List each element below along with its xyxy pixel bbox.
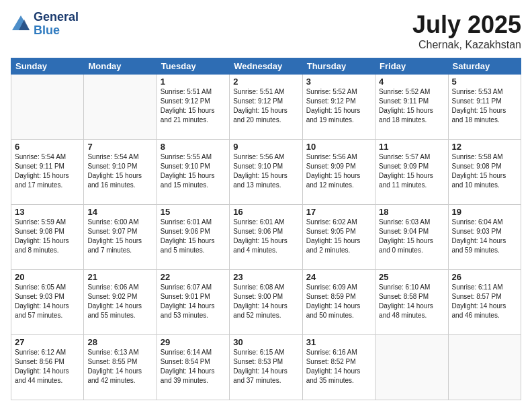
calendar-cell: 10Sunrise: 5:56 AM Sunset: 9:09 PM Dayli… <box>302 140 375 205</box>
day-number: 4 <box>379 77 444 87</box>
day-number: 24 <box>306 272 371 282</box>
day-info: Sunrise: 6:16 AM Sunset: 8:52 PM Dayligh… <box>306 348 371 385</box>
calendar-cell: 20Sunrise: 6:05 AM Sunset: 9:03 PM Dayli… <box>11 270 84 335</box>
calendar-week-3: 13Sunrise: 5:59 AM Sunset: 9:08 PM Dayli… <box>11 205 521 270</box>
day-number: 26 <box>452 272 517 282</box>
calendar-cell: 17Sunrise: 6:02 AM Sunset: 9:05 PM Dayli… <box>302 205 375 270</box>
day-number: 22 <box>161 272 226 282</box>
calendar-cell <box>448 335 521 400</box>
logo-line2: Blue <box>34 24 79 38</box>
day-number: 2 <box>233 77 298 87</box>
logo-text: General Blue <box>34 11 79 38</box>
calendar-cell: 28Sunrise: 6:13 AM Sunset: 8:55 PM Dayli… <box>84 335 157 400</box>
day-info: Sunrise: 6:09 AM Sunset: 8:59 PM Dayligh… <box>306 283 371 320</box>
day-number: 5 <box>452 77 517 87</box>
day-number: 31 <box>306 337 371 347</box>
day-number: 13 <box>15 207 80 217</box>
day-number: 29 <box>161 337 226 347</box>
calendar-header-row: Sunday Monday Tuesday Wednesday Thursday… <box>11 58 521 75</box>
day-number: 10 <box>306 142 371 152</box>
day-number: 18 <box>379 207 444 217</box>
calendar-cell: 6Sunrise: 5:54 AM Sunset: 9:11 PM Daylig… <box>11 140 84 205</box>
day-info: Sunrise: 6:10 AM Sunset: 8:58 PM Dayligh… <box>379 283 444 320</box>
calendar-cell: 1Sunrise: 5:51 AM Sunset: 9:12 PM Daylig… <box>157 75 229 140</box>
calendar-week-5: 27Sunrise: 6:12 AM Sunset: 8:56 PM Dayli… <box>11 335 521 400</box>
calendar-cell: 30Sunrise: 6:15 AM Sunset: 8:53 PM Dayli… <box>230 335 302 400</box>
logo-icon <box>11 14 31 34</box>
header-tuesday: Tuesday <box>157 58 229 75</box>
day-number: 12 <box>452 142 517 152</box>
calendar-cell: 5Sunrise: 5:53 AM Sunset: 9:11 PM Daylig… <box>448 75 521 140</box>
header-wednesday: Wednesday <box>230 58 302 75</box>
day-info: Sunrise: 5:53 AM Sunset: 9:11 PM Dayligh… <box>452 87 517 125</box>
day-info: Sunrise: 5:55 AM Sunset: 9:10 PM Dayligh… <box>161 152 226 190</box>
day-info: Sunrise: 5:59 AM Sunset: 9:08 PM Dayligh… <box>15 218 80 255</box>
calendar-week-4: 20Sunrise: 6:05 AM Sunset: 9:03 PM Dayli… <box>11 270 521 335</box>
day-info: Sunrise: 6:15 AM Sunset: 8:53 PM Dayligh… <box>233 348 298 385</box>
calendar-cell: 25Sunrise: 6:10 AM Sunset: 8:58 PM Dayli… <box>375 270 448 335</box>
day-info: Sunrise: 6:04 AM Sunset: 9:03 PM Dayligh… <box>452 218 517 255</box>
day-number: 19 <box>452 207 517 217</box>
calendar-cell: 7Sunrise: 5:54 AM Sunset: 9:10 PM Daylig… <box>84 140 157 205</box>
day-info: Sunrise: 5:51 AM Sunset: 9:12 PM Dayligh… <box>233 87 298 125</box>
day-info: Sunrise: 6:07 AM Sunset: 9:01 PM Dayligh… <box>161 283 226 320</box>
day-number: 27 <box>15 337 80 347</box>
calendar-cell: 27Sunrise: 6:12 AM Sunset: 8:56 PM Dayli… <box>11 335 84 400</box>
day-info: Sunrise: 5:56 AM Sunset: 9:09 PM Dayligh… <box>306 152 371 190</box>
day-number: 8 <box>161 142 226 152</box>
logo: General Blue <box>11 11 79 38</box>
calendar-cell: 21Sunrise: 6:06 AM Sunset: 9:02 PM Dayli… <box>84 270 157 335</box>
day-info: Sunrise: 5:57 AM Sunset: 9:09 PM Dayligh… <box>379 152 444 190</box>
calendar-cell: 14Sunrise: 6:00 AM Sunset: 9:07 PM Dayli… <box>84 205 157 270</box>
logo-line1: General <box>34 11 79 24</box>
calendar-cell: 19Sunrise: 6:04 AM Sunset: 9:03 PM Dayli… <box>448 205 521 270</box>
day-number: 9 <box>233 142 298 152</box>
header: General Blue July 2025 Chernak, Kazakhst… <box>11 11 521 51</box>
day-info: Sunrise: 6:05 AM Sunset: 9:03 PM Dayligh… <box>15 283 80 320</box>
day-info: Sunrise: 5:54 AM Sunset: 9:10 PM Dayligh… <box>87 152 152 190</box>
header-monday: Monday <box>84 58 157 75</box>
day-number: 23 <box>233 272 298 282</box>
calendar-cell: 2Sunrise: 5:51 AM Sunset: 9:12 PM Daylig… <box>230 75 302 140</box>
day-info: Sunrise: 6:02 AM Sunset: 9:05 PM Dayligh… <box>306 218 371 255</box>
calendar-cell: 23Sunrise: 6:08 AM Sunset: 9:00 PM Dayli… <box>230 270 302 335</box>
calendar-cell: 11Sunrise: 5:57 AM Sunset: 9:09 PM Dayli… <box>375 140 448 205</box>
day-number: 3 <box>306 77 371 87</box>
day-info: Sunrise: 6:08 AM Sunset: 9:00 PM Dayligh… <box>233 283 298 320</box>
header-saturday: Saturday <box>448 58 521 75</box>
day-number: 21 <box>87 272 152 282</box>
day-number: 17 <box>306 207 371 217</box>
calendar-cell <box>84 75 157 140</box>
main-title: July 2025 <box>412 11 521 39</box>
day-info: Sunrise: 5:51 AM Sunset: 9:12 PM Dayligh… <box>161 87 226 125</box>
day-info: Sunrise: 6:13 AM Sunset: 8:55 PM Dayligh… <box>87 348 152 385</box>
day-info: Sunrise: 5:54 AM Sunset: 9:11 PM Dayligh… <box>15 152 80 190</box>
header-friday: Friday <box>375 58 448 75</box>
calendar-cell: 9Sunrise: 5:56 AM Sunset: 9:10 PM Daylig… <box>230 140 302 205</box>
day-info: Sunrise: 6:01 AM Sunset: 9:06 PM Dayligh… <box>233 218 298 255</box>
day-number: 28 <box>87 337 152 347</box>
calendar-week-1: 1Sunrise: 5:51 AM Sunset: 9:12 PM Daylig… <box>11 75 521 140</box>
day-number: 25 <box>379 272 444 282</box>
calendar-cell <box>375 335 448 400</box>
day-info: Sunrise: 5:56 AM Sunset: 9:10 PM Dayligh… <box>233 152 298 190</box>
subtitle: Chernak, Kazakhstan <box>412 39 521 51</box>
day-info: Sunrise: 6:12 AM Sunset: 8:56 PM Dayligh… <box>15 348 80 385</box>
calendar-cell: 3Sunrise: 5:52 AM Sunset: 9:12 PM Daylig… <box>302 75 375 140</box>
calendar-cell: 26Sunrise: 6:11 AM Sunset: 8:57 PM Dayli… <box>448 270 521 335</box>
calendar-cell: 4Sunrise: 5:52 AM Sunset: 9:11 PM Daylig… <box>375 75 448 140</box>
calendar-cell: 16Sunrise: 6:01 AM Sunset: 9:06 PM Dayli… <box>230 205 302 270</box>
title-block: July 2025 Chernak, Kazakhstan <box>412 11 521 51</box>
header-sunday: Sunday <box>11 58 84 75</box>
day-number: 11 <box>379 142 444 152</box>
day-number: 6 <box>15 142 80 152</box>
calendar-cell <box>11 75 84 140</box>
calendar-cell: 18Sunrise: 6:03 AM Sunset: 9:04 PM Dayli… <box>375 205 448 270</box>
calendar-cell: 24Sunrise: 6:09 AM Sunset: 8:59 PM Dayli… <box>302 270 375 335</box>
day-info: Sunrise: 6:01 AM Sunset: 9:06 PM Dayligh… <box>161 218 226 255</box>
calendar-cell: 29Sunrise: 6:14 AM Sunset: 8:54 PM Dayli… <box>157 335 229 400</box>
calendar-table: Sunday Monday Tuesday Wednesday Thursday… <box>11 58 521 400</box>
day-number: 30 <box>233 337 298 347</box>
calendar-cell: 12Sunrise: 5:58 AM Sunset: 9:08 PM Dayli… <box>448 140 521 205</box>
page: General Blue July 2025 Chernak, Kazakhst… <box>0 0 532 411</box>
